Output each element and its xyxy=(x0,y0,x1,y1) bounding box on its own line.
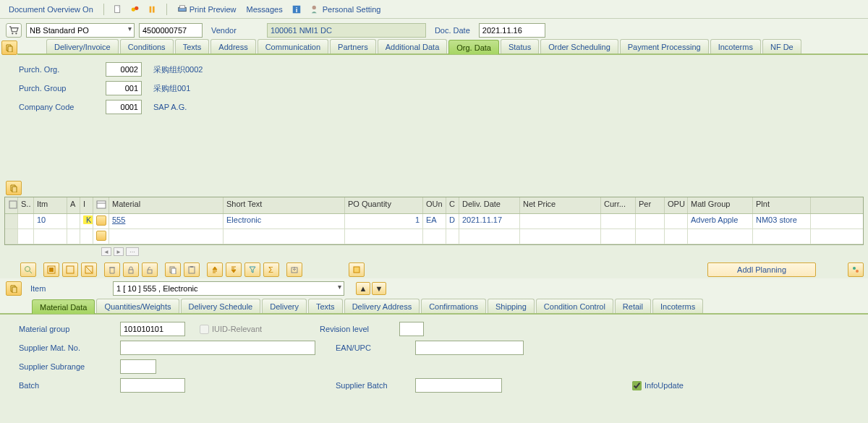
cell-icon[interactable] xyxy=(93,214,109,228)
header-tab-org-data[interactable]: Org. Data xyxy=(448,40,499,54)
grid-col-icon[interactable] xyxy=(93,197,109,213)
item-tab-texts[interactable]: Texts xyxy=(308,299,343,313)
po-type-select[interactable]: NB Standard PO xyxy=(26,23,135,38)
supplier-batch-input[interactable] xyxy=(415,378,502,393)
grid-row-selector-header[interactable] xyxy=(5,197,18,213)
messages-button[interactable]: Messages xyxy=(244,4,286,15)
cell-opu[interactable] xyxy=(665,214,688,228)
cell-matl_group[interactable] xyxy=(688,229,753,244)
company-code-input[interactable] xyxy=(106,100,142,114)
grid-col-deliv-date[interactable]: Deliv. Date xyxy=(459,197,520,213)
table-row[interactable]: 10K555Electronic1EAD2021.11.17Adverb App… xyxy=(5,214,863,229)
cell-itm[interactable]: 10 xyxy=(34,214,67,228)
cell-plnt[interactable] xyxy=(753,229,811,244)
revision-level-input[interactable] xyxy=(399,322,424,336)
collapse-items-icon[interactable] xyxy=(6,181,22,195)
grid-col-per[interactable]: Per xyxy=(636,197,665,213)
grid-col-s-[interactable]: S.. xyxy=(18,197,34,213)
default-values-icon[interactable] xyxy=(349,262,365,277)
grid-col-i[interactable]: I xyxy=(80,197,93,213)
cell-deliv_date[interactable]: 2021.11.17 xyxy=(459,214,520,228)
cell-itm[interactable] xyxy=(34,229,67,244)
cell-per[interactable] xyxy=(636,214,665,228)
cell-short_text[interactable]: Electronic xyxy=(224,214,345,228)
ean-upc-input[interactable] xyxy=(415,341,524,355)
table-row[interactable] xyxy=(5,229,863,244)
cell-short_text[interactable] xyxy=(224,229,345,244)
sort-asc-icon[interactable] xyxy=(207,262,223,277)
next-item-icon[interactable]: ▼ xyxy=(372,282,386,295)
cell-material[interactable]: 555 xyxy=(109,214,224,228)
purch-group-input[interactable] xyxy=(106,81,142,95)
export-icon[interactable] xyxy=(286,262,302,277)
header-tab-address[interactable]: Address xyxy=(210,39,255,54)
grid-col-c[interactable]: C xyxy=(446,197,459,213)
unlock-icon[interactable] xyxy=(142,262,158,277)
prev-item-icon[interactable]: ▲ xyxy=(356,282,370,295)
cell-oun[interactable] xyxy=(423,229,446,244)
cell-sel[interactable] xyxy=(18,214,34,228)
row-selector[interactable] xyxy=(5,214,18,228)
grid-col-plnt[interactable]: Plnt xyxy=(753,197,811,213)
item-tab-incoterms[interactable]: Incoterms xyxy=(652,299,703,313)
create-icon[interactable] xyxy=(111,3,124,16)
item-tab-retail[interactable]: Retail xyxy=(615,299,651,313)
other-po-icon[interactable] xyxy=(129,3,142,16)
lock-icon[interactable] xyxy=(123,262,139,277)
personal-setting-button[interactable]: Personal Setting xyxy=(307,3,384,16)
doc-date-input[interactable] xyxy=(479,23,545,38)
iuid-relevant-checkbox[interactable]: IUID-Relevant xyxy=(200,325,262,334)
cell-po_qty[interactable]: 1 xyxy=(345,214,423,228)
trash-icon[interactable] xyxy=(104,262,120,277)
grid-col-a[interactable]: A xyxy=(67,197,80,213)
item-tab-confirmations[interactable]: Confirmations xyxy=(421,299,486,313)
addl-planning-button[interactable]: Addl Planning xyxy=(707,262,816,277)
header-tab-texts[interactable]: Texts xyxy=(175,39,210,54)
item-tab-delivery-schedule[interactable]: Delivery Schedule xyxy=(181,299,261,313)
po-number-input[interactable] xyxy=(139,23,203,38)
hold-icon[interactable] xyxy=(146,3,159,16)
cell-plnt[interactable]: NM03 store xyxy=(753,214,811,228)
cell-sel[interactable] xyxy=(18,229,34,244)
cell-oun[interactable]: EA xyxy=(423,214,446,228)
material-group-input[interactable] xyxy=(120,322,185,336)
grid-col-net-price[interactable]: Net Price xyxy=(520,197,601,213)
copy-icon[interactable] xyxy=(165,262,181,277)
cell-net_price[interactable] xyxy=(520,229,601,244)
header-tab-incoterms[interactable]: Incoterms xyxy=(710,39,761,54)
cell-curr[interactable] xyxy=(601,229,636,244)
grid-col-oun[interactable]: OUn xyxy=(423,197,446,213)
cell-i[interactable] xyxy=(80,229,93,244)
select-all-icon[interactable] xyxy=(43,262,59,277)
purch-org-input[interactable] xyxy=(106,62,142,77)
planning-config-icon[interactable] xyxy=(848,262,864,277)
scroll-left-icon[interactable]: ◄ xyxy=(101,247,111,256)
cell-a[interactable] xyxy=(67,229,80,244)
grid-col-po-quantity[interactable]: PO Quantity xyxy=(345,197,423,213)
info-icon[interactable]: i xyxy=(290,3,303,16)
grid-col-material[interactable]: Material xyxy=(109,197,224,213)
batch-input[interactable] xyxy=(120,378,185,393)
filter-icon[interactable] xyxy=(244,262,260,277)
paste-icon[interactable] xyxy=(184,262,200,277)
cell-matl_group[interactable]: Adverb Apple xyxy=(688,214,753,228)
header-tab-nf-de[interactable]: NF De xyxy=(762,39,801,54)
sort-desc-icon[interactable] xyxy=(226,262,242,277)
collapse-header-icon[interactable] xyxy=(1,40,17,55)
item-tab-material-data[interactable]: Material Data xyxy=(32,299,95,314)
grid-col-curr-[interactable]: Curr... xyxy=(601,197,636,213)
cell-per[interactable] xyxy=(636,229,665,244)
cell-deliv_date[interactable] xyxy=(459,229,520,244)
row-selector[interactable] xyxy=(5,229,18,244)
deselect-all-icon[interactable] xyxy=(62,262,78,277)
item-tab-shipping[interactable]: Shipping xyxy=(488,299,535,313)
cell-a[interactable] xyxy=(67,214,80,228)
item-tab-delivery[interactable]: Delivery xyxy=(262,299,307,313)
cart-icon[interactable] xyxy=(6,23,22,38)
print-preview-button[interactable]: Print Preview xyxy=(174,3,239,16)
header-tab-additional-data[interactable]: Additional Data xyxy=(378,39,448,54)
cell-i[interactable]: K xyxy=(80,214,93,228)
grid-col-short-text[interactable]: Short Text xyxy=(224,197,345,213)
header-tab-communication[interactable]: Communication xyxy=(258,39,328,54)
cell-material[interactable] xyxy=(109,229,224,244)
